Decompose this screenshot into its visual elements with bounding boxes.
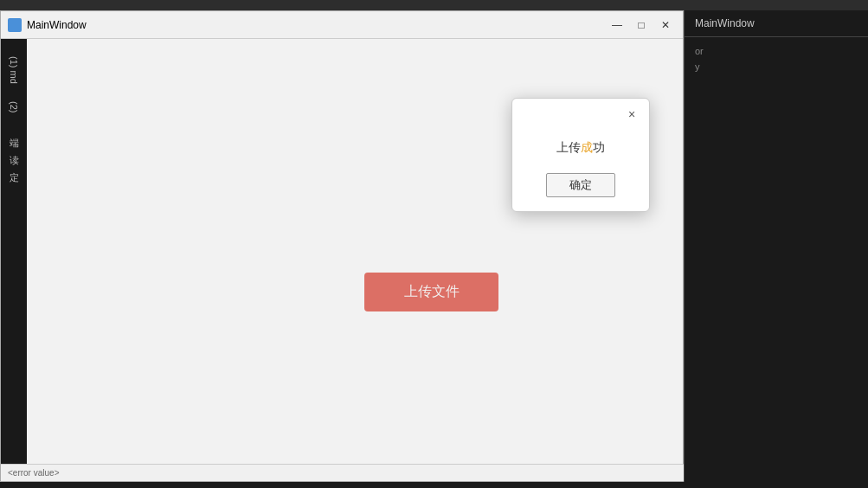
window-titlebar: MainWindow — □ ✕ — [1, 11, 683, 39]
window-content: (1) md (2) 端 读 定 上传文件 × 上传成功 确定 — [1, 39, 683, 481]
dialog-message: 上传成功 — [539, 126, 622, 173]
dialog-footer: 确定 — [512, 173, 649, 211]
main-window: MainWindow — □ ✕ (1) md (2) 端 读 定 上传文件 × — [0, 10, 684, 482]
right-panel-content: or y — [685, 37, 868, 81]
restore-button[interactable]: □ — [631, 16, 652, 34]
dialog-message-text: 上传成功 — [556, 140, 605, 154]
titlebar-left: MainWindow — [8, 18, 87, 32]
titlebar-controls: — □ ✕ — [607, 16, 676, 34]
right-panel-line-1: or — [695, 44, 858, 60]
dialog-ok-button[interactable]: 确定 — [546, 173, 615, 197]
right-panel: MainWindow or y — [684, 10, 868, 482]
close-button[interactable]: ✕ — [655, 16, 676, 34]
dialog-header: × — [512, 99, 649, 126]
dialog-message-highlight: 成 — [581, 140, 593, 154]
bottom-bar: <error value> — [1, 464, 685, 481]
minimize-button[interactable]: — — [607, 16, 627, 34]
taskbar-top — [0, 0, 868, 10]
right-panel-title: MainWindow — [685, 10, 868, 37]
dialog-close-button[interactable]: × — [623, 106, 640, 123]
window-title: MainWindow — [27, 19, 87, 31]
status-text: <error value> — [8, 468, 59, 478]
right-panel-line-2: y — [695, 60, 858, 75]
window-app-icon — [8, 18, 22, 32]
success-dialog: × 上传成功 确定 — [511, 98, 650, 212]
dialog-overlay: × 上传成功 确定 — [1, 39, 683, 481]
